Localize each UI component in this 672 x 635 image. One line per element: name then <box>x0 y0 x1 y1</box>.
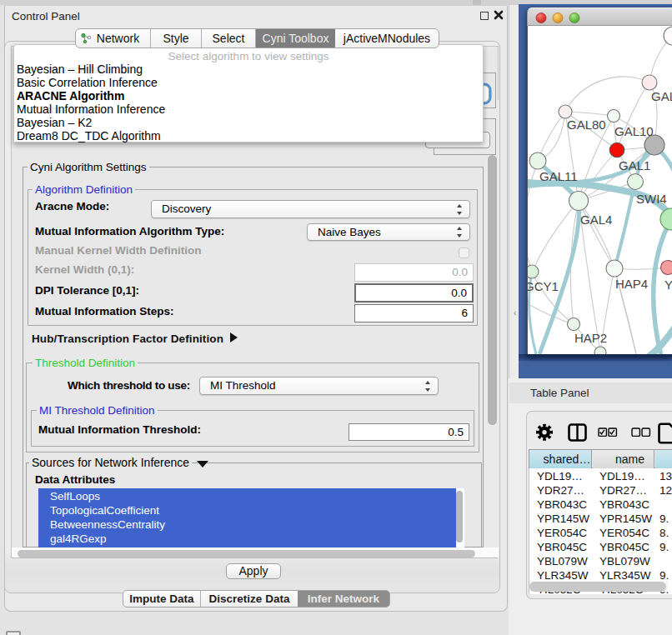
svg-text:GAL1: GAL1 <box>619 158 650 172</box>
svg-text:GCY1: GCY1 <box>528 279 559 293</box>
svg-text:GAL2: GAL2 <box>651 89 672 103</box>
svg-text:GAL11: GAL11 <box>539 169 578 183</box>
svg-text:SWI4: SWI4 <box>636 192 667 206</box>
svg-text:HAP4: HAP4 <box>615 277 648 291</box>
svg-text:YB: YB <box>664 278 672 292</box>
svg-text:GAL4: GAL4 <box>580 212 612 227</box>
svg-text:GAL80: GAL80 <box>567 118 606 132</box>
svg-text:HAP2: HAP2 <box>574 331 607 345</box>
svg-text:GAL10: GAL10 <box>614 124 654 138</box>
